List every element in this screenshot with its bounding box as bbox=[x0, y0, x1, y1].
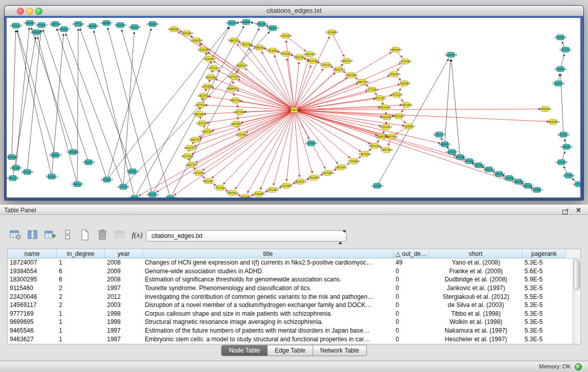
table-cell[interactable]: 2003 bbox=[105, 301, 143, 309]
table-cell[interactable]: 1998 bbox=[105, 310, 143, 317]
tab-node-table[interactable]: Node Table bbox=[221, 345, 268, 356]
graph-node[interactable]: 16936017 bbox=[230, 121, 243, 126]
graph-node[interactable]: 18952144 bbox=[368, 143, 381, 148]
table-cell[interactable]: 2009 bbox=[105, 268, 143, 275]
graph-node[interactable]: 23067134 bbox=[189, 137, 201, 142]
table-cell[interactable]: 0 bbox=[394, 327, 429, 334]
table-cell[interactable]: Wolkin et al. (1998) bbox=[429, 318, 522, 325]
graph-node[interactable]: 15914954 bbox=[554, 35, 567, 40]
table-cell[interactable]: 2 bbox=[57, 293, 105, 300]
graph-node[interactable]: 13607161 bbox=[229, 98, 242, 103]
graph-node[interactable]: 19245012 bbox=[146, 192, 159, 197]
table-cell[interactable]: 0 bbox=[394, 276, 429, 283]
table-cell[interactable]: 1 bbox=[57, 336, 105, 343]
graph-node[interactable]: 17235442 bbox=[347, 159, 360, 164]
table-cell[interactable]: 22420046 bbox=[8, 293, 57, 300]
table-cell[interactable]: Estimation of significance thresholds fo… bbox=[143, 276, 394, 283]
panel-splitter[interactable] bbox=[290, 202, 299, 204]
tab-edge-table[interactable]: Edge Table bbox=[268, 345, 313, 356]
table-cell[interactable]: Tourette syndrome. Phenomenology and cla… bbox=[143, 285, 394, 292]
create-column-button[interactable] bbox=[43, 228, 57, 242]
graph-node[interactable]: 16757510 bbox=[374, 96, 386, 101]
graph-node[interactable]: 22420146 bbox=[128, 25, 141, 30]
table-cell[interactable]: 0 bbox=[394, 318, 429, 325]
column-header-in_degree[interactable]: in_degree bbox=[57, 249, 105, 258]
table-cell[interactable]: 1 bbox=[57, 318, 105, 325]
graph-node[interactable]: 17873194 bbox=[233, 110, 246, 115]
graph-node[interactable]: 16640591 bbox=[240, 19, 252, 25]
graph-node[interactable]: 18301295 bbox=[10, 23, 22, 28]
graph-node[interactable]: 18753105 bbox=[390, 92, 403, 97]
graph-node[interactable]: 18945012 bbox=[101, 177, 113, 182]
graph-node[interactable]: 19384564 bbox=[24, 20, 36, 26]
table-cell[interactable]: Disruption of a novel member of a sodium… bbox=[143, 301, 394, 309]
graph-node[interactable]: 16079197 bbox=[446, 149, 458, 155]
table-cell[interactable]: Franke et al. (2009) bbox=[429, 268, 522, 275]
table-cell[interactable]: 1 bbox=[57, 259, 105, 266]
graph-node[interactable]: 18750383 bbox=[388, 72, 400, 77]
table-cell[interactable]: 5.6E-5 bbox=[522, 268, 566, 275]
import-table-button[interactable] bbox=[113, 228, 127, 242]
table-cell[interactable]: 1998 bbox=[105, 318, 143, 325]
table-cell[interactable]: 9463627 bbox=[8, 336, 57, 343]
table-cell[interactable]: 9465546 bbox=[8, 327, 57, 334]
graph-node[interactable]: 13226176 bbox=[320, 62, 332, 68]
graph-node[interactable]: 16942230 bbox=[340, 58, 353, 63]
column-header-short[interactable]: short bbox=[429, 249, 522, 258]
table-cell[interactable]: 5.5E-5 bbox=[522, 293, 566, 300]
table-cell[interactable]: 2 bbox=[57, 285, 105, 292]
graph-node[interactable]: 18274741 bbox=[559, 47, 572, 52]
graph-node[interactable]: 19245033 bbox=[371, 183, 383, 188]
graph-node[interactable]: 17659103 bbox=[82, 160, 95, 165]
graph-node[interactable]: 18300296 bbox=[146, 21, 159, 27]
graph-node[interactable]: 14569127 bbox=[58, 27, 70, 32]
table-cell[interactable]: 2008 bbox=[105, 276, 143, 283]
table-row[interactable]: 1830029562008Estimation of significance … bbox=[8, 275, 580, 284]
graph-node[interactable]: 18908139 bbox=[235, 63, 248, 68]
graph-node[interactable]: 16162027 bbox=[381, 115, 393, 120]
graph-node[interactable]: 16770549 bbox=[562, 173, 575, 178]
graph-node[interactable]: 12125439 bbox=[279, 33, 292, 38]
table-cell[interactable]: 0 bbox=[394, 336, 429, 343]
close-panel-button[interactable]: × bbox=[576, 205, 581, 215]
graph-node[interactable]: 19245013 bbox=[531, 187, 543, 192]
graph-node[interactable]: 19427512 bbox=[198, 93, 210, 98]
graph-node[interactable]: 19876202 bbox=[359, 151, 371, 157]
graph-node[interactable]: 19465546 bbox=[49, 21, 61, 27]
graph-node[interactable]: 15851081 bbox=[400, 102, 412, 107]
graph-node[interactable]: 19115460 bbox=[114, 23, 126, 28]
table-select[interactable]: citations_edges.txt bbox=[146, 230, 346, 242]
graph-node[interactable]: 19463627 bbox=[100, 20, 113, 26]
table-cell[interactable]: Embryonic stem cells: a model to study s… bbox=[143, 336, 394, 343]
table-mode-button[interactable] bbox=[8, 228, 23, 242]
table-cell[interactable]: 1997 bbox=[105, 285, 143, 292]
graph-node[interactable]: 15905135 bbox=[71, 182, 83, 187]
vertical-scrollbar[interactable] bbox=[573, 258, 580, 344]
graph-node[interactable]: 16950135 bbox=[21, 169, 33, 174]
table-cell[interactable]: 5.3E-5 bbox=[522, 285, 566, 292]
function-builder-button[interactable]: f(x) bbox=[130, 228, 144, 242]
table-cell[interactable]: Tibbo et al. (1998) bbox=[429, 310, 522, 317]
table-cell[interactable]: 1 bbox=[57, 310, 105, 317]
graph-node[interactable]: 16642054 bbox=[547, 119, 559, 124]
table-cell[interactable]: Jankovic et al. (1997) bbox=[429, 285, 522, 292]
graph-node[interactable]: 16351443 bbox=[266, 187, 278, 192]
graph-node[interactable]: 16142208 bbox=[198, 47, 210, 52]
table-cell[interactable]: Dudbridge et al. (2008) bbox=[429, 276, 522, 283]
table-cell[interactable]: 6 bbox=[57, 276, 105, 283]
table-row[interactable]: 911546021997Tourette syndrome. Phenomeno… bbox=[8, 284, 580, 293]
graph-node[interactable]: 16775149 bbox=[573, 182, 580, 187]
table-cell[interactable]: 0 bbox=[394, 285, 429, 292]
graph-node[interactable]: 18960372 bbox=[267, 26, 279, 31]
table-row[interactable]: 2242004622012Investigating the contribut… bbox=[8, 292, 580, 301]
graph-node[interactable]: 15143448 bbox=[280, 183, 292, 188]
column-header-year[interactable]: year bbox=[105, 249, 143, 258]
show-columns-button[interactable] bbox=[26, 228, 40, 242]
table-cell[interactable]: Yano et al. (2008) bbox=[429, 259, 522, 266]
graph-node[interactable]: 18544714 bbox=[294, 179, 306, 184]
graph-node[interactable]: 12103504 bbox=[555, 160, 568, 165]
graph-node[interactable]: 16961059 bbox=[255, 21, 268, 27]
graph-node[interactable]: 18057493 bbox=[385, 134, 398, 139]
graph-node[interactable]: 20654182 bbox=[193, 112, 205, 117]
graph-node[interactable]: 22084662 bbox=[168, 27, 180, 32]
